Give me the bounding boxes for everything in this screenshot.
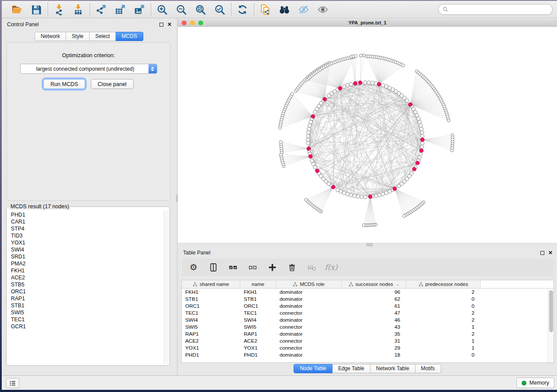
- mcds-result-scrollbar[interactable]: [164, 210, 169, 364]
- network-node[interactable]: [397, 184, 401, 188]
- mcds-result-list[interactable]: PHD1CAR1STP4TID3YOX1SWI4SRD1PMA2FKH1ACE2…: [7, 210, 163, 364]
- node-table-body[interactable]: FKH1FKH1dominator962STB1STB1dominator620…: [182, 289, 548, 362]
- network-leaf-node[interactable]: [362, 54, 365, 57]
- network-node[interactable]: [309, 120, 312, 124]
- network-leaf-node[interactable]: [447, 119, 450, 122]
- tab-node-table[interactable]: Node Table: [294, 364, 332, 373]
- network-mcds-node[interactable]: [323, 97, 327, 101]
- table-row[interactable]: STB1STB1dominator620: [182, 296, 548, 303]
- mcds-result-node[interactable]: SRD1: [11, 253, 163, 260]
- mcds-result-node[interactable]: FKH1: [11, 267, 163, 274]
- import-table-button[interactable]: [73, 3, 84, 15]
- table-row[interactable]: RAP1RAP1dominator352: [182, 330, 548, 337]
- mcds-result-node[interactable]: TID3: [11, 232, 163, 239]
- show-all-button[interactable]: [317, 3, 329, 15]
- tab-edge-table[interactable]: Edge Table: [332, 364, 370, 373]
- mcds-result-node[interactable]: ACE2: [11, 274, 163, 281]
- network-mcds-node[interactable]: [353, 82, 357, 86]
- network-node[interactable]: [374, 194, 377, 197]
- zoom-fit-button[interactable]: [195, 3, 207, 15]
- network-leaf-node[interactable]: [401, 64, 405, 67]
- panel-divider-horizontal[interactable]: [178, 243, 557, 247]
- export-image-button[interactable]: [134, 3, 145, 15]
- network-mcds-node[interactable]: [368, 195, 372, 199]
- network-mcds-node[interactable]: [408, 103, 412, 107]
- network-node[interactable]: [420, 145, 424, 148]
- network-node[interactable]: [421, 141, 424, 145]
- network-node[interactable]: [353, 194, 356, 197]
- network-node[interactable]: [336, 188, 339, 192]
- network-mcds-node[interactable]: [358, 81, 362, 85]
- float-table-panel-icon[interactable]: [540, 251, 544, 255]
- export-network-button[interactable]: [95, 3, 107, 15]
- network-node[interactable]: [377, 193, 381, 197]
- zoom-in-button[interactable]: [156, 3, 168, 15]
- network-mcds-node[interactable]: [393, 187, 397, 191]
- close-panel-icon[interactable]: ✕: [167, 23, 172, 27]
- mcds-result-node[interactable]: RAP1: [11, 295, 163, 302]
- column-chooser-button[interactable]: [208, 262, 218, 272]
- network-mcds-node[interactable]: [338, 86, 342, 90]
- network-leaf-node[interactable]: [280, 141, 283, 144]
- network-node[interactable]: [417, 117, 420, 120]
- network-mcds-node[interactable]: [412, 167, 416, 171]
- table-settings-button[interactable]: ⚙: [188, 262, 199, 272]
- network-node[interactable]: [307, 131, 310, 134]
- network-node[interactable]: [367, 81, 370, 84]
- open-file-button[interactable]: [11, 3, 23, 15]
- network-node[interactable]: [420, 131, 424, 134]
- table-row[interactable]: FKH1FKH1dominator962: [182, 289, 548, 296]
- close-table-panel-icon[interactable]: ✕: [548, 251, 553, 255]
- network-node[interactable]: [310, 159, 314, 162]
- network-node[interactable]: [343, 85, 346, 88]
- network-leaf-node[interactable]: [402, 214, 405, 217]
- optimization-criterion-select[interactable]: largest connected component (undirected): [20, 64, 157, 74]
- network-node[interactable]: [306, 138, 310, 141]
- network-node[interactable]: [349, 83, 353, 86]
- column-header-MCDS-role[interactable]: MCDS role: [276, 280, 342, 288]
- network-mcds-node[interactable]: [415, 161, 419, 165]
- network-node[interactable]: [370, 81, 374, 85]
- tab-motifs[interactable]: Motifs: [415, 364, 441, 373]
- network-node[interactable]: [419, 127, 423, 131]
- network-node[interactable]: [421, 134, 424, 138]
- mcds-result-node[interactable]: SWI4: [11, 246, 163, 253]
- tab-select[interactable]: Select: [90, 32, 116, 41]
- network-node[interactable]: [356, 195, 360, 198]
- network-node[interactable]: [308, 124, 311, 127]
- network-leaf-node[interactable]: [354, 55, 357, 58]
- network-node[interactable]: [381, 192, 384, 196]
- column-header-shared-name[interactable]: shared name: [182, 280, 240, 288]
- zoom-out-button[interactable]: [176, 3, 187, 15]
- add-column-button[interactable]: [267, 262, 277, 272]
- network-node[interactable]: [418, 155, 421, 159]
- mcds-result-node[interactable]: PHD1: [11, 211, 163, 218]
- table-row[interactable]: SWI4SWI4dominator462: [182, 316, 548, 323]
- tab-network[interactable]: Network: [35, 32, 66, 41]
- network-node[interactable]: [405, 99, 408, 102]
- network-leaf-node[interactable]: [304, 198, 308, 201]
- search-input[interactable]: [450, 7, 548, 13]
- network-node[interactable]: [307, 127, 311, 131]
- tab-style[interactable]: Style: [66, 32, 90, 41]
- table-row[interactable]: PHD1PHD1dominator180: [182, 351, 548, 358]
- network-mcds-node[interactable]: [419, 149, 423, 153]
- network-node[interactable]: [346, 192, 349, 196]
- tab-network-table[interactable]: Network Table: [370, 364, 415, 373]
- mcds-result-node[interactable]: STB5: [11, 281, 163, 288]
- import-network-button[interactable]: [53, 3, 65, 15]
- memory-button[interactable]: Memory: [516, 378, 554, 388]
- network-node[interactable]: [419, 124, 422, 127]
- hide-selected-button[interactable]: [298, 3, 310, 15]
- table-row[interactable]: ACE2ACE2connector311: [182, 337, 548, 344]
- mcds-result-node[interactable]: YOX1: [11, 239, 163, 246]
- save-session-button[interactable]: [31, 3, 42, 15]
- mcds-result-node[interactable]: GCR1: [11, 323, 163, 330]
- mcds-result-node[interactable]: CAR1: [11, 218, 163, 225]
- mcds-result-node[interactable]: SWI5: [11, 309, 163, 316]
- clone-network-button[interactable]: [259, 3, 271, 15]
- table-scrollbar-thumb[interactable]: [549, 290, 553, 332]
- search-box[interactable]: [438, 4, 553, 15]
- network-node[interactable]: [363, 81, 367, 84]
- network-node[interactable]: [349, 193, 353, 197]
